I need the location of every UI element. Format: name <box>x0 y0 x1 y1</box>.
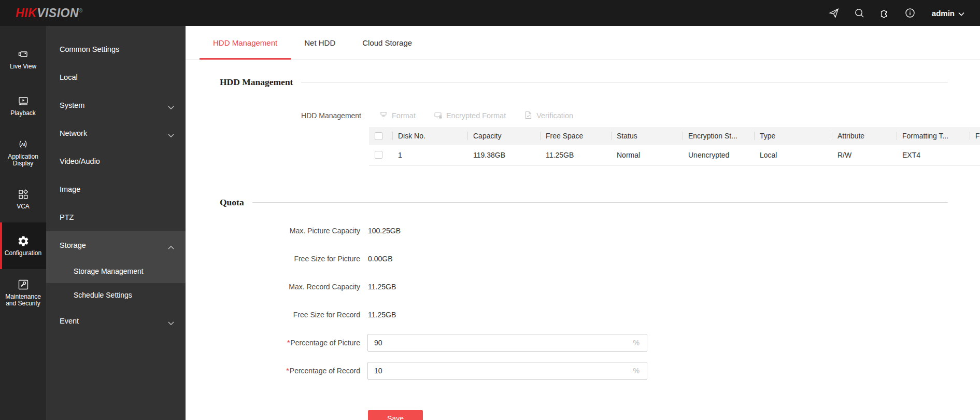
field-value: 11.25GB <box>368 283 396 291</box>
section-divider <box>301 82 948 82</box>
field-label: *Percentage of Picture <box>186 339 360 347</box>
tab-label: Net HDD <box>304 38 335 47</box>
cell-capacity: 119.38GB <box>467 145 540 165</box>
chevron-down-icon <box>168 131 174 135</box>
send-icon[interactable] <box>828 7 840 19</box>
percentage-of-picture-input-wrap: % <box>367 334 647 352</box>
menu-item-label: System <box>60 101 84 109</box>
quota-field-max-picture-capacity: Max. Picture Capacity 100.25GB <box>186 222 980 240</box>
hdd-management-section-header: HDD Management <box>220 77 948 88</box>
rail-item-label: Configuration <box>5 250 41 257</box>
rail-item-live-view[interactable]: Live View <box>0 36 46 82</box>
quota-field-max-record-capacity: Max. Record Capacity 11.25GB <box>186 278 980 296</box>
menu-item-label: Schedule Settings <box>74 291 132 299</box>
menu-item-ptz[interactable]: PTZ <box>46 203 186 231</box>
percentage-of-record-input-wrap: % <box>367 362 647 380</box>
menu-item-label: Local <box>60 73 78 81</box>
cell-attribute: R/W <box>832 145 897 165</box>
save-button[interactable]: Save <box>368 410 423 420</box>
storage-tabs: HDD Management Net HDD Cloud Storage <box>186 26 980 60</box>
menu-item-network[interactable]: Network <box>46 119 186 147</box>
verification-button[interactable]: Verification <box>523 110 573 121</box>
menu-item-event[interactable]: Event <box>46 307 186 335</box>
field-label-text: Percentage of Record <box>290 367 360 375</box>
field-label: Free Size for Picture <box>186 255 360 263</box>
quota-input-row-percentage-of-record: *Percentage of Record % <box>186 362 980 380</box>
required-asterisk: * <box>287 339 290 347</box>
menu-item-label: Video/Audio <box>60 157 100 165</box>
cell-disk-no: 1 <box>392 145 467 165</box>
tab-hdd-management[interactable]: HDD Management <box>200 26 291 59</box>
menu-item-storage[interactable]: Storage <box>46 231 186 259</box>
select-all-checkbox[interactable] <box>375 132 382 140</box>
configuration-gear-icon <box>17 235 30 247</box>
column-capacity: Capacity <box>467 127 540 145</box>
field-label: Max. Record Capacity <box>186 283 360 291</box>
menu-item-storage-management[interactable]: Storage Management <box>46 259 186 283</box>
rail-item-playback[interactable]: Playback <box>0 82 46 129</box>
field-label: Free Size for Record <box>186 311 360 319</box>
plugin-icon[interactable] <box>879 7 890 19</box>
field-label: Max. Picture Capacity <box>186 227 360 235</box>
search-icon[interactable] <box>854 7 865 19</box>
menu-item-video-audio[interactable]: Video/Audio <box>46 147 186 175</box>
tab-net-hdd[interactable]: Net HDD <box>291 26 349 59</box>
nav-rail: Live View Playback AI Application Displa… <box>0 26 46 420</box>
menu-item-label: Image <box>60 185 80 193</box>
info-icon[interactable] <box>904 7 916 19</box>
menu-item-local[interactable]: Local <box>46 63 186 91</box>
menu-item-label: Event <box>60 317 79 325</box>
percentage-of-record-input[interactable] <box>368 366 647 375</box>
rail-item-vca[interactable]: VCA <box>0 176 46 222</box>
cell-type: Local <box>754 145 832 165</box>
chevron-up-icon <box>168 243 174 247</box>
quota-section-header: Quota <box>220 197 948 208</box>
menu-item-system[interactable]: System <box>46 91 186 119</box>
tab-cloud-storage[interactable]: Cloud Storage <box>349 26 425 59</box>
section-title: HDD Management <box>220 77 293 88</box>
rail-item-label: Maintenance and Security <box>2 293 45 307</box>
rail-item-label: Playback <box>10 110 36 117</box>
menu-item-label: Network <box>60 129 87 137</box>
user-name: admin <box>932 9 955 18</box>
column-free-space: Free Space <box>540 127 611 145</box>
cell-encryption-status: Unencrypted <box>683 145 754 165</box>
user-menu[interactable]: admin <box>932 9 964 18</box>
row-checkbox[interactable] <box>375 151 382 159</box>
rail-item-label: Live View <box>10 63 36 70</box>
rail-item-label: Application Display <box>2 153 45 167</box>
maintenance-wrench-icon <box>17 278 30 291</box>
button-label: Format <box>392 111 416 120</box>
menu-item-image[interactable]: Image <box>46 175 186 203</box>
menu-item-schedule-settings[interactable]: Schedule Settings <box>46 283 186 307</box>
chevron-down-icon <box>168 103 174 107</box>
svg-text:AI: AI <box>21 142 25 146</box>
column-disk-no: Disk No. <box>392 127 467 145</box>
menu-item-common-settings[interactable]: Common Settings <box>46 35 186 63</box>
encrypted-format-icon <box>433 110 443 121</box>
tab-label: Cloud Storage <box>362 38 412 47</box>
button-label: Encrypted Format <box>446 111 506 120</box>
format-button[interactable]: Format <box>379 110 416 121</box>
rail-item-maintenance-and-security[interactable]: Maintenance and Security <box>0 269 46 316</box>
rail-item-label: VCA <box>17 203 30 210</box>
quota-field-free-size-record: Free Size for Record 11.25GB <box>186 306 980 324</box>
section-divider <box>252 202 948 203</box>
logo-registered-mark: ® <box>79 8 83 13</box>
top-bar-actions: admin <box>828 7 964 19</box>
column-type: Type <box>754 127 832 145</box>
quota-field-free-size-picture: Free Size for Picture 0.00GB <box>186 250 980 268</box>
menu-item-label: Common Settings <box>60 45 119 53</box>
logo-vision: VISION <box>37 6 79 20</box>
rail-item-application-display[interactable]: AI Application Display <box>0 129 46 176</box>
percent-suffix: % <box>633 367 640 375</box>
chevron-down-icon <box>168 319 174 323</box>
hdd-toolbar-label: HDD Management <box>186 111 361 120</box>
rail-item-configuration[interactable]: Configuration <box>0 222 46 269</box>
percentage-of-picture-input[interactable] <box>368 338 647 347</box>
required-asterisk: * <box>286 367 289 375</box>
cell-status: Normal <box>611 145 683 165</box>
encrypted-format-button[interactable]: Encrypted Format <box>433 110 506 121</box>
playback-icon <box>17 95 30 107</box>
chevron-down-icon <box>958 9 964 18</box>
